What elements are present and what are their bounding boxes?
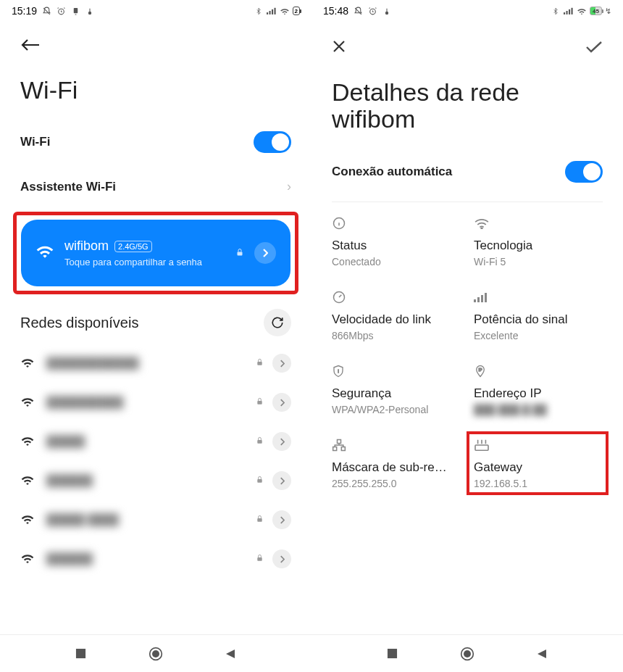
bluetooth-icon [551, 6, 561, 16]
svg-rect-37 [475, 445, 488, 450]
network-name: █████ [46, 435, 247, 448]
wifi-assistant-row[interactable]: Assistente Wi-Fi › [20, 166, 291, 207]
lock-icon [256, 436, 264, 447]
divider [332, 202, 603, 202]
chevron-right-icon[interactable] [272, 432, 291, 451]
page-title: Wi-Fi [20, 77, 291, 104]
svg-rect-13 [257, 518, 262, 522]
svg-rect-11 [257, 440, 262, 444]
network-row[interactable]: █████ ████ [20, 500, 291, 539]
close-button[interactable] [332, 38, 346, 58]
shield-icon: ! [332, 363, 461, 379]
status-time: 15:19 [12, 5, 37, 17]
network-name: ██████ [46, 474, 247, 487]
speed-icon [332, 289, 461, 305]
chevron-right-icon[interactable] [272, 354, 291, 373]
svg-rect-22 [566, 11, 568, 14]
svg-rect-29 [477, 297, 480, 302]
signal-bars-icon [474, 289, 603, 305]
recents-button[interactable] [74, 647, 88, 661]
chevron-right-icon[interactable] [272, 471, 291, 490]
back-button[interactable] [20, 36, 41, 57]
network-list: ██████████████████████████████████████ █… [20, 344, 291, 578]
ssid-label: wifibom [64, 238, 109, 254]
svg-rect-23 [569, 9, 570, 14]
chevron-right-icon: › [287, 179, 291, 194]
recents-button[interactable] [385, 647, 400, 661]
chevron-right-icon[interactable] [272, 510, 291, 529]
home-button[interactable] [149, 647, 163, 661]
svg-rect-5 [269, 11, 270, 14]
svg-rect-28 [474, 299, 476, 302]
lock-icon [256, 553, 264, 565]
phone-wifi-details: 15:48 45 ↯ Detalhes da rede wifibom Cone… [312, 0, 623, 672]
network-name: ██████████ [46, 396, 247, 409]
network-row[interactable]: ██████████ [20, 383, 291, 422]
connected-network-card[interactable]: wifibom 2.4G/5G Toque para compartilhar … [21, 220, 290, 286]
highlight-box-gateway: Gateway 192.168.5.1 [467, 431, 609, 495]
status-bar: 15:48 45 ↯ [312, 0, 623, 22]
card-detail-button[interactable] [254, 242, 276, 264]
refresh-button[interactable] [264, 309, 291, 336]
network-name: █████ ████ [46, 513, 247, 526]
network-row[interactable]: ██████ [20, 539, 291, 578]
network-row[interactable]: ████████████ [20, 344, 291, 383]
network-row[interactable]: █████ [20, 422, 291, 461]
signal-icon [564, 6, 574, 16]
svg-rect-35 [333, 447, 337, 450]
network-name: ████████████ [46, 357, 247, 370]
lock-icon [256, 397, 264, 408]
alarm-icon [367, 6, 377, 16]
charging-icon: ↯ [605, 7, 611, 16]
android-back-button[interactable] [223, 647, 238, 661]
info-icon [332, 215, 461, 231]
highlight-box-wifi-card: wifibom 2.4G/5G Toque para compartilhar … [13, 212, 298, 294]
auto-connect-toggle[interactable] [565, 161, 603, 183]
svg-point-26 [481, 228, 482, 229]
svg-rect-15 [76, 649, 85, 658]
wifi-assistant-label: Assistente Wi-Fi [20, 180, 116, 194]
network-row[interactable]: ██████ [20, 461, 291, 500]
auto-connect-row[interactable]: Conexão automática [332, 148, 603, 196]
wifi-icon [20, 357, 38, 370]
wifi-toggle-label: Wi-Fi [20, 135, 50, 149]
temp-icon [85, 6, 95, 16]
home-button[interactable] [460, 647, 474, 661]
wifi-icon [20, 552, 38, 566]
lock-icon [256, 357, 264, 369]
wifi-toggle-row[interactable]: Wi-Fi [20, 118, 291, 166]
svg-rect-14 [257, 557, 262, 561]
svg-point-3 [88, 12, 91, 14]
card-subtitle: Toque para compartilhar a senha [64, 257, 225, 267]
detail-technology: Tecnologia Wi-Fi 5 [474, 215, 603, 267]
confirm-button[interactable] [585, 36, 603, 59]
svg-rect-7 [274, 8, 275, 14]
detail-gateway: Gateway 192.168.5.1 [474, 437, 603, 489]
bluetooth-icon [254, 6, 264, 16]
chevron-right-icon[interactable] [272, 549, 291, 568]
wifi-toggle[interactable] [254, 131, 291, 153]
chevron-right-icon[interactable] [272, 393, 291, 412]
svg-text:!: ! [338, 368, 339, 373]
wifi-status-icon [280, 6, 290, 16]
wifi-icon [35, 244, 54, 262]
wifi-icon [474, 215, 603, 231]
dnd-icon [353, 6, 363, 16]
subnet-icon [332, 437, 461, 453]
svg-point-20 [385, 12, 388, 14]
svg-rect-12 [257, 479, 262, 483]
network-name: ██████ [46, 552, 247, 565]
detail-status: Status Conectado [332, 215, 461, 267]
svg-rect-10 [257, 401, 262, 405]
ip-pin-icon: IP [474, 363, 603, 379]
detail-ip-address: IP Endereço IP ███.███.█.██ [474, 363, 603, 415]
lock-icon [256, 514, 264, 526]
status-time: 15:48 [323, 5, 348, 17]
signal-icon [267, 6, 277, 16]
download-icon [70, 6, 80, 16]
lock-icon [256, 475, 264, 486]
band-badge: 2.4G/5G [114, 241, 152, 252]
lock-icon [235, 247, 244, 260]
svg-rect-31 [485, 293, 487, 302]
android-back-button[interactable] [535, 647, 549, 661]
